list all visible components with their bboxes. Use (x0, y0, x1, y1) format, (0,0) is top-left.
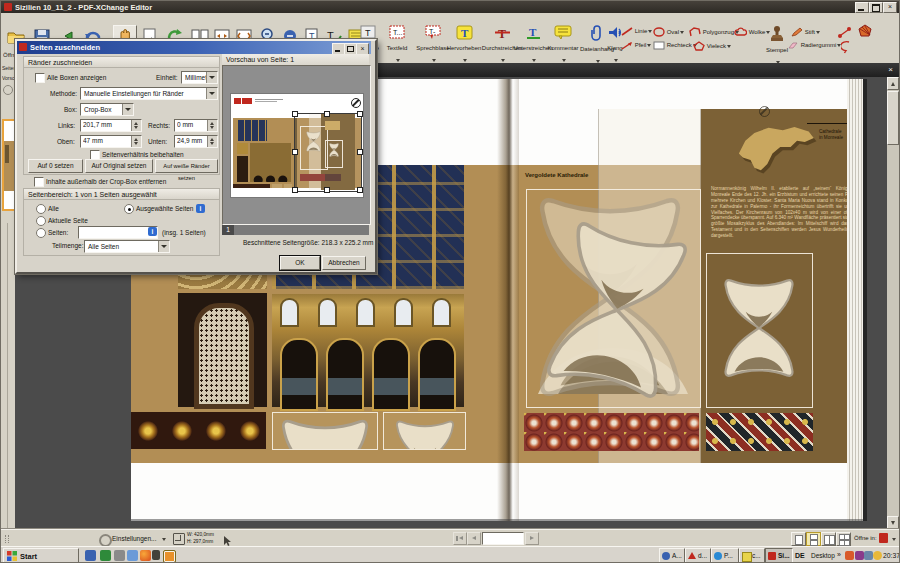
top-field[interactable] (80, 135, 142, 148)
subset-select[interactable]: Alle Seiten (84, 240, 170, 253)
stamp-polygon-icon[interactable] (857, 24, 873, 39)
page-thumbnail[interactable] (2, 119, 16, 211)
toolbtn-polygonzug[interactable]: Polygonzug (689, 27, 739, 37)
page-number-input[interactable] (482, 532, 524, 545)
cancel-button[interactable]: Abbrechen (322, 256, 366, 270)
taskbar-window-3[interactable]: P... (711, 548, 739, 563)
spinner-icons[interactable] (207, 120, 217, 131)
next-page-icon[interactable] (525, 532, 539, 545)
language-indicator[interactable]: DE (795, 552, 805, 559)
set-white-margins-button[interactable]: Auf weiße Ränder setzen (155, 159, 218, 173)
quick-launch-desktop-icon[interactable] (85, 550, 96, 561)
toolbtn-radiergummi[interactable]: Radiergummi (787, 41, 841, 50)
crop-handle[interactable] (292, 187, 298, 193)
quick-launch-pdfxchange-icon[interactable] (163, 550, 176, 563)
set-zero-button[interactable]: Auf 0 setzen (28, 159, 83, 173)
show-all-boxes-checkbox[interactable] (35, 73, 45, 83)
spinner-icons[interactable] (207, 136, 217, 147)
taskbar-window-1[interactable]: A... (659, 548, 685, 563)
crop-handle[interactable] (292, 149, 298, 155)
crop-handle[interactable] (357, 111, 363, 117)
toolbtn-oval[interactable]: Oval (653, 27, 684, 37)
right-field[interactable] (174, 119, 218, 132)
crop-handle[interactable] (292, 111, 298, 117)
vertical-scrollbar[interactable] (887, 77, 899, 529)
toolbtn-stift[interactable]: Stift (791, 27, 820, 37)
radio-pages[interactable] (36, 228, 46, 238)
toolbtn-rechteck[interactable]: Rechteck (653, 41, 697, 50)
quick-launch-explorer-icon[interactable] (114, 550, 125, 561)
chevron-down-icon[interactable] (892, 538, 896, 541)
radio-all[interactable] (36, 204, 46, 214)
tray-icon-3[interactable] (864, 551, 873, 560)
info-icon[interactable]: i (148, 227, 157, 236)
bottom-field[interactable] (174, 135, 218, 148)
remove-outside-checkbox[interactable] (34, 177, 44, 187)
single-page-layout-icon[interactable] (791, 532, 806, 546)
quick-launch-excel-icon[interactable] (100, 550, 111, 561)
ok-button[interactable]: OK (280, 256, 320, 270)
toolbar-chevron[interactable]: » (837, 551, 841, 558)
chevron-down-icon[interactable] (122, 104, 133, 115)
taskbar-window-4[interactable]: c... (739, 548, 765, 563)
spinner-icons[interactable] (131, 120, 141, 131)
crop-rectangle[interactable] (294, 113, 362, 192)
close-button[interactable]: × (883, 2, 897, 13)
tray-icon-2[interactable] (855, 551, 864, 560)
unit-select[interactable]: Millimeter (181, 71, 218, 84)
toolbtn-linie[interactable]: Linie (621, 27, 652, 36)
taskbar-window-2[interactable]: d... (685, 548, 711, 563)
sidebar-tab-seiten[interactable]: Seiten (2, 65, 15, 71)
quick-launch-mail-icon[interactable] (127, 550, 138, 561)
radio-selected-pages[interactable] (124, 204, 134, 214)
pages-input[interactable] (78, 226, 158, 239)
dialog-icon (19, 43, 27, 51)
maximize-button[interactable] (869, 2, 883, 13)
chevron-down-icon[interactable] (206, 88, 217, 99)
crop-handle[interactable] (324, 111, 330, 117)
chevron-down-icon[interactable] (162, 538, 166, 541)
info-icon[interactable]: i (196, 204, 205, 213)
start-button[interactable]: Start (3, 548, 79, 563)
crop-handle[interactable] (324, 187, 330, 193)
settings-label[interactable]: Einstellungen... (112, 535, 156, 542)
scroll-up-icon[interactable] (887, 77, 899, 90)
radio-current-page[interactable] (36, 216, 46, 226)
box-select[interactable]: Crop-Box (80, 103, 134, 116)
scrollbar-thumb[interactable] (887, 91, 899, 145)
chevron-down-icon[interactable] (158, 241, 169, 252)
dialog-close-button[interactable]: × (356, 43, 369, 55)
set-original-button[interactable]: Auf Original setzen (85, 159, 153, 173)
preview-page-strip[interactable]: 1 (222, 225, 369, 235)
toolbtn-vieleck[interactable]: Vieleck (693, 41, 731, 51)
adobe-reader-icon[interactable] (879, 533, 888, 543)
first-page-icon[interactable] (453, 532, 467, 545)
desktop-toolbar-label[interactable]: Desktop (811, 552, 835, 559)
gear-icon[interactable] (3, 85, 13, 95)
quick-launch-firefox-icon[interactable] (140, 550, 151, 561)
dialog-title-bar[interactable]: Seiten zuschneiden × (17, 41, 371, 54)
sidebar-scrollbar[interactable] (7, 223, 8, 563)
minimize-button[interactable] (855, 2, 869, 13)
continuous-layout-icon[interactable] (806, 532, 821, 546)
crop-handle[interactable] (357, 149, 363, 155)
scroll-down-icon[interactable] (887, 516, 899, 529)
facing-layout-icon[interactable] (821, 532, 836, 546)
quick-launch-app-icon[interactable] (152, 550, 160, 560)
method-select[interactable]: Manuelle Einstellungen für Ränder (80, 87, 218, 100)
tray-icon-4[interactable] (873, 551, 882, 560)
title-bar[interactable]: Sizilien 10_11_2 - PDF-XChange Editor × (1, 1, 899, 13)
prev-page-icon[interactable] (467, 532, 481, 545)
toolbtn-pfeil[interactable]: Pfeil (621, 41, 651, 50)
close-document-icon[interactable]: × (885, 65, 896, 75)
lasso-tool-icon[interactable] (841, 40, 857, 54)
facing-continuous-layout-icon[interactable] (836, 532, 851, 546)
tray-icon-1[interactable] (845, 551, 854, 560)
distance-tool-icon[interactable] (837, 26, 853, 40)
crop-handle[interactable] (357, 187, 363, 193)
preview-page-number[interactable]: 1 (222, 225, 234, 235)
left-field[interactable] (80, 119, 142, 132)
taskbar-window-active[interactable]: Si... (765, 548, 793, 563)
spinner-icons[interactable] (131, 136, 141, 147)
chevron-down-icon[interactable] (206, 72, 217, 83)
